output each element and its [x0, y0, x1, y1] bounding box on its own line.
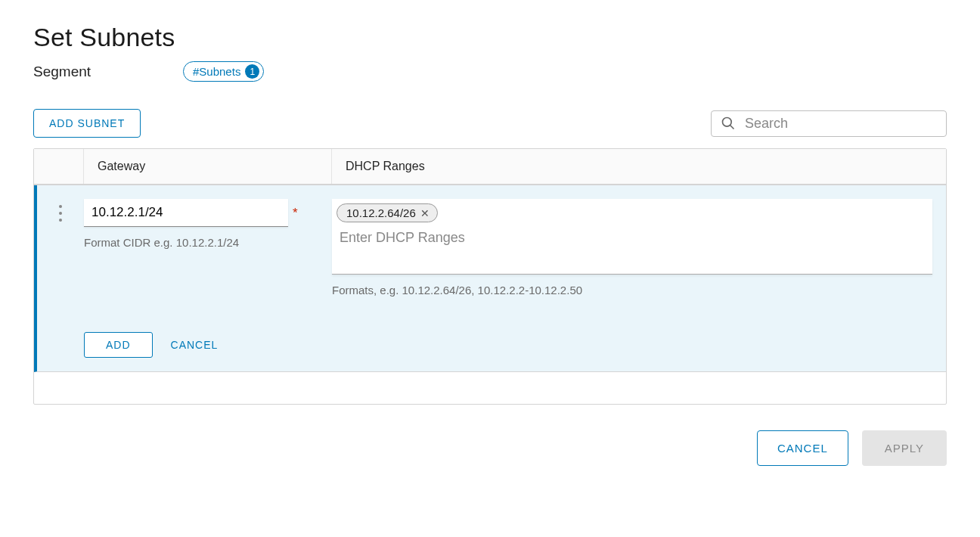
- subnets-table: Gateway DHCP Ranges * Format CIDR e.g. 1…: [33, 148, 947, 405]
- search-icon: [721, 116, 736, 131]
- row-cancel-button[interactable]: CANCEL: [171, 339, 219, 351]
- dhcp-range-chip[interactable]: 10.12.2.64/26 ✕: [336, 203, 438, 222]
- gateway-cell: * Format CIDR e.g. 10.12.2.1/24 ADD CANC…: [84, 199, 332, 358]
- dialog-cancel-button[interactable]: CANCEL: [757, 430, 848, 466]
- gateway-input[interactable]: [84, 199, 288, 227]
- row-handle-cell: [37, 199, 84, 358]
- dhcp-range-chip-label: 10.12.2.64/26: [346, 206, 416, 219]
- dhcp-cell: 10.12.2.64/26 ✕ Formats, e.g. 10.12.2.64…: [332, 199, 946, 358]
- table-footer: [34, 372, 946, 404]
- dialog-apply-button[interactable]: APPLY: [862, 430, 947, 466]
- segment-row: Segment #Subnets 1: [33, 61, 947, 82]
- add-subnet-button[interactable]: ADD SUBNET: [33, 109, 141, 138]
- subnets-pill-label: #Subnets: [193, 65, 240, 78]
- row-add-button[interactable]: ADD: [84, 332, 153, 358]
- dhcp-hint: Formats, e.g. 10.12.2.64/26, 10.12.2.2-1…: [332, 284, 932, 296]
- subnets-pill[interactable]: #Subnets 1: [183, 61, 264, 82]
- search-box[interactable]: [711, 110, 947, 137]
- search-input[interactable]: [745, 116, 937, 132]
- required-indicator: *: [293, 206, 298, 221]
- subnets-count-badge: 1: [245, 64, 259, 79]
- segment-label: Segment: [33, 64, 183, 80]
- table-header-row: Gateway DHCP Ranges: [34, 149, 946, 185]
- svg-line-1: [730, 126, 734, 129]
- dialog-action-row: CANCEL APPLY: [33, 430, 947, 466]
- table-header-gateway: Gateway: [84, 149, 332, 184]
- svg-point-0: [723, 118, 732, 127]
- chip-remove-icon[interactable]: ✕: [420, 207, 430, 219]
- row-actions-icon[interactable]: [59, 205, 62, 222]
- table-header-dhcp: DHCP Ranges: [332, 149, 946, 184]
- dialog-title: Set Subnets: [33, 23, 947, 52]
- table-header-handle: [34, 149, 84, 184]
- table-row-editing: * Format CIDR e.g. 10.12.2.1/24 ADD CANC…: [34, 185, 946, 372]
- row-action-buttons: ADD CANCEL: [84, 332, 317, 358]
- dhcp-range-input[interactable]: [336, 227, 925, 249]
- gateway-hint: Format CIDR e.g. 10.12.2.1/24: [84, 236, 317, 249]
- dhcp-tag-area[interactable]: 10.12.2.64/26 ✕: [332, 199, 932, 275]
- toolbar-row: ADD SUBNET: [33, 109, 947, 138]
